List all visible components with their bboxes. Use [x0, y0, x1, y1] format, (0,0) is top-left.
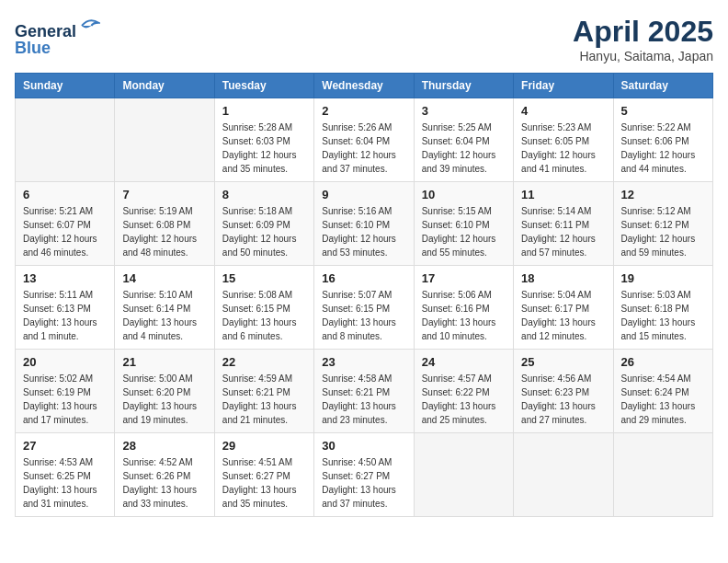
day-info: Sunrise: 4:52 AM Sunset: 6:26 PM Dayligh…: [122, 455, 206, 511]
day-info: Sunrise: 5:26 AM Sunset: 6:04 PM Dayligh…: [322, 121, 405, 176]
calendar-cell: 11Sunrise: 5:14 AM Sunset: 6:11 PM Dayli…: [514, 182, 613, 266]
day-info: Sunrise: 4:54 AM Sunset: 6:24 PM Dayligh…: [621, 372, 705, 427]
day-number: 30: [322, 439, 405, 453]
day-number: 5: [621, 104, 705, 118]
day-info: Sunrise: 5:23 AM Sunset: 6:05 PM Dayligh…: [521, 121, 605, 176]
calendar: SundayMondayTuesdayWednesdayThursdayFrid…: [15, 73, 713, 517]
calendar-cell: [514, 433, 613, 517]
calendar-cell: 24Sunrise: 4:57 AM Sunset: 6:22 PM Dayli…: [414, 350, 513, 433]
weekday-header: Friday: [514, 74, 613, 98]
title-area: April 2025 Hanyu, Saitama, Japan: [573, 15, 713, 63]
day-number: 22: [222, 355, 306, 369]
calendar-cell: 5Sunrise: 5:22 AM Sunset: 6:06 PM Daylig…: [613, 98, 712, 182]
day-info: Sunrise: 5:22 AM Sunset: 6:06 PM Dayligh…: [621, 121, 705, 176]
month-title: April 2025: [573, 15, 713, 49]
calendar-week-row: 6Sunrise: 5:21 AM Sunset: 6:07 PM Daylig…: [16, 182, 713, 266]
calendar-cell: 19Sunrise: 5:03 AM Sunset: 6:18 PM Dayli…: [613, 266, 712, 350]
location: Hanyu, Saitama, Japan: [573, 49, 713, 63]
calendar-cell: [16, 98, 115, 182]
day-number: 19: [621, 271, 705, 285]
day-info: Sunrise: 4:56 AM Sunset: 6:23 PM Dayligh…: [521, 372, 605, 427]
day-number: 21: [122, 355, 206, 369]
day-number: 16: [322, 271, 405, 285]
weekday-header: Saturday: [613, 74, 712, 98]
day-number: 7: [122, 188, 206, 201]
calendar-cell: 21Sunrise: 5:00 AM Sunset: 6:20 PM Dayli…: [115, 350, 214, 433]
calendar-cell: 9Sunrise: 5:16 AM Sunset: 6:10 PM Daylig…: [314, 182, 414, 266]
day-number: 12: [621, 188, 705, 201]
day-info: Sunrise: 4:51 AM Sunset: 6:27 PM Dayligh…: [222, 455, 306, 511]
calendar-cell: 3Sunrise: 5:25 AM Sunset: 6:04 PM Daylig…: [414, 98, 513, 182]
weekday-header: Wednesday: [314, 74, 414, 98]
day-number: 26: [621, 355, 705, 369]
day-number: 17: [422, 271, 506, 285]
day-info: Sunrise: 5:02 AM Sunset: 6:19 PM Dayligh…: [23, 372, 107, 427]
day-number: 13: [23, 271, 107, 285]
day-info: Sunrise: 5:16 AM Sunset: 6:10 PM Dayligh…: [322, 204, 405, 259]
weekday-header: Tuesday: [214, 74, 313, 98]
calendar-cell: 30Sunrise: 4:50 AM Sunset: 6:27 PM Dayli…: [314, 433, 414, 517]
day-number: 29: [222, 439, 306, 453]
day-number: 8: [222, 188, 306, 201]
day-number: 27: [23, 439, 107, 453]
day-number: 23: [322, 355, 405, 369]
weekday-header: Sunday: [16, 74, 115, 98]
day-info: Sunrise: 5:14 AM Sunset: 6:11 PM Dayligh…: [521, 204, 605, 259]
calendar-cell: 6Sunrise: 5:21 AM Sunset: 6:07 PM Daylig…: [16, 182, 115, 266]
day-info: Sunrise: 5:00 AM Sunset: 6:20 PM Dayligh…: [122, 372, 206, 427]
calendar-week-row: 1Sunrise: 5:28 AM Sunset: 6:03 PM Daylig…: [16, 98, 713, 182]
day-number: 18: [521, 271, 605, 285]
day-info: Sunrise: 5:21 AM Sunset: 6:07 PM Dayligh…: [23, 204, 107, 259]
day-info: Sunrise: 4:59 AM Sunset: 6:21 PM Dayligh…: [222, 372, 306, 427]
calendar-cell: 22Sunrise: 4:59 AM Sunset: 6:21 PM Dayli…: [214, 350, 313, 433]
calendar-cell: 2Sunrise: 5:26 AM Sunset: 6:04 PM Daylig…: [314, 98, 414, 182]
day-info: Sunrise: 4:58 AM Sunset: 6:21 PM Dayligh…: [322, 372, 405, 427]
calendar-cell: [115, 98, 214, 182]
calendar-cell: 8Sunrise: 5:18 AM Sunset: 6:09 PM Daylig…: [214, 182, 313, 266]
calendar-cell: 25Sunrise: 4:56 AM Sunset: 6:23 PM Dayli…: [514, 350, 613, 433]
calendar-cell: 13Sunrise: 5:11 AM Sunset: 6:13 PM Dayli…: [16, 266, 115, 350]
weekday-header: Thursday: [414, 74, 513, 98]
day-number: 25: [521, 355, 605, 369]
day-number: 10: [422, 188, 506, 201]
day-info: Sunrise: 5:18 AM Sunset: 6:09 PM Dayligh…: [222, 204, 306, 259]
calendar-cell: 28Sunrise: 4:52 AM Sunset: 6:26 PM Dayli…: [115, 433, 214, 517]
calendar-week-row: 27Sunrise: 4:53 AM Sunset: 6:25 PM Dayli…: [16, 433, 713, 517]
calendar-cell: 4Sunrise: 5:23 AM Sunset: 6:05 PM Daylig…: [514, 98, 613, 182]
day-info: Sunrise: 5:07 AM Sunset: 6:15 PM Dayligh…: [322, 288, 405, 343]
day-info: Sunrise: 4:53 AM Sunset: 6:25 PM Dayligh…: [23, 455, 107, 511]
day-info: Sunrise: 4:57 AM Sunset: 6:22 PM Dayligh…: [422, 372, 506, 427]
day-number: 11: [521, 188, 605, 201]
calendar-cell: [613, 433, 712, 517]
day-info: Sunrise: 5:03 AM Sunset: 6:18 PM Dayligh…: [621, 288, 705, 343]
calendar-cell: 16Sunrise: 5:07 AM Sunset: 6:15 PM Dayli…: [314, 266, 414, 350]
calendar-cell: 14Sunrise: 5:10 AM Sunset: 6:14 PM Dayli…: [115, 266, 214, 350]
calendar-cell: 1Sunrise: 5:28 AM Sunset: 6:03 PM Daylig…: [214, 98, 313, 182]
day-number: 15: [222, 271, 306, 285]
day-number: 9: [322, 188, 405, 201]
day-number: 6: [23, 188, 107, 201]
calendar-week-row: 13Sunrise: 5:11 AM Sunset: 6:13 PM Dayli…: [16, 266, 713, 350]
calendar-cell: 23Sunrise: 4:58 AM Sunset: 6:21 PM Dayli…: [314, 350, 414, 433]
day-number: 14: [122, 271, 206, 285]
calendar-cell: 20Sunrise: 5:02 AM Sunset: 6:19 PM Dayli…: [16, 350, 115, 433]
day-info: Sunrise: 5:12 AM Sunset: 6:12 PM Dayligh…: [621, 204, 705, 259]
day-info: Sunrise: 5:25 AM Sunset: 6:04 PM Dayligh…: [422, 121, 506, 176]
day-info: Sunrise: 5:19 AM Sunset: 6:08 PM Dayligh…: [122, 204, 206, 259]
day-number: 4: [521, 104, 605, 118]
logo-bird-icon: [78, 15, 100, 37]
calendar-header-row: SundayMondayTuesdayWednesdayThursdayFrid…: [16, 74, 713, 98]
weekday-header: Monday: [115, 74, 214, 98]
day-number: 24: [422, 355, 506, 369]
calendar-cell: 15Sunrise: 5:08 AM Sunset: 6:15 PM Dayli…: [214, 266, 313, 350]
day-number: 3: [422, 104, 506, 118]
calendar-cell: 17Sunrise: 5:06 AM Sunset: 6:16 PM Dayli…: [414, 266, 513, 350]
day-info: Sunrise: 5:28 AM Sunset: 6:03 PM Dayligh…: [222, 121, 306, 176]
day-number: 2: [322, 104, 405, 118]
header: General Blue April 2025 Hanyu, Saitama, …: [15, 15, 713, 63]
calendar-cell: [414, 433, 513, 517]
calendar-cell: 7Sunrise: 5:19 AM Sunset: 6:08 PM Daylig…: [115, 182, 214, 266]
calendar-cell: 12Sunrise: 5:12 AM Sunset: 6:12 PM Dayli…: [613, 182, 712, 266]
day-number: 28: [122, 439, 206, 453]
day-info: Sunrise: 4:50 AM Sunset: 6:27 PM Dayligh…: [322, 455, 405, 511]
